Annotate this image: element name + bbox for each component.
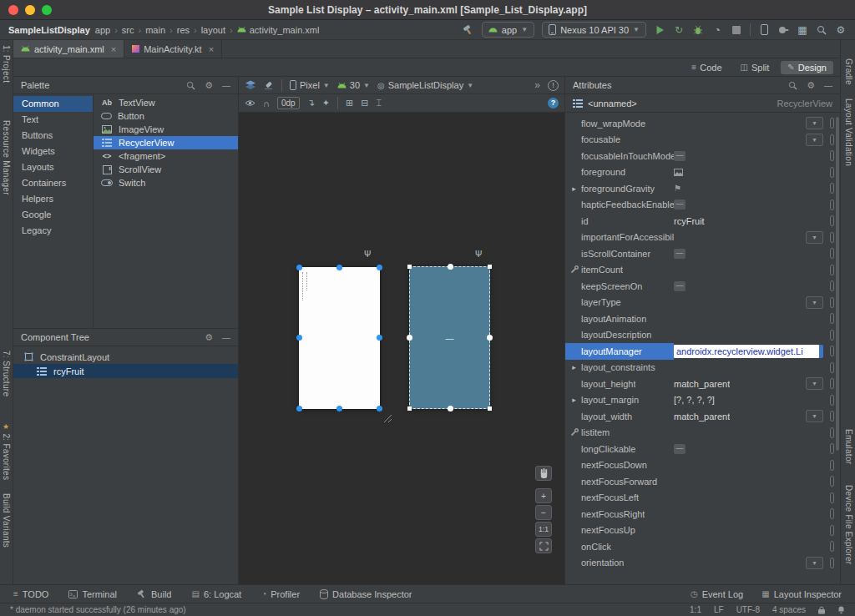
titlebar[interactable]: Sample List Display – activity_main.xml …	[0, 0, 855, 20]
dropdown-button[interactable]: ▼	[806, 117, 823, 129]
pin-indicator[interactable]	[830, 313, 834, 324]
palette-category[interactable]: Widgets	[13, 144, 93, 159]
attribute-value-cell[interactable]	[674, 490, 834, 507]
pin-indicator[interactable]	[830, 558, 834, 568]
attribute-row[interactable]: ▸ foregroundGravity ⚑	[565, 180, 840, 197]
tool-window-button[interactable]: ≡ TODO	[13, 589, 48, 599]
attribute-value[interactable]: [?, ?, ?, ?]	[674, 395, 715, 405]
build-hammer-icon[interactable]	[463, 23, 474, 37]
dropdown-button[interactable]: ▼	[806, 377, 823, 390]
palette-category[interactable]: Buttons	[13, 128, 93, 144]
zoom-out-button[interactable]: −	[535, 505, 552, 520]
zoom-window-button[interactable]	[42, 5, 52, 15]
attribute-row[interactable]: orientation ▼	[565, 555, 840, 572]
attribute-value-cell[interactable]: rcyFruit	[674, 213, 834, 230]
gradle-sync-icon[interactable]	[777, 23, 789, 37]
attribute-value-cell[interactable]	[674, 425, 834, 442]
breadcrumb-item[interactable]: › app	[95, 25, 110, 35]
palette-component[interactable]: <> <fragment>	[94, 149, 238, 163]
palette-category[interactable]: Common	[13, 96, 93, 112]
apply-changes-button[interactable]: ↻	[673, 23, 685, 37]
lock-icon[interactable]	[818, 606, 825, 614]
attribute-value-cell[interactable]: ⚑	[674, 180, 834, 197]
selection-handle[interactable]	[487, 335, 493, 341]
expander-icon[interactable]: ▸	[572, 363, 576, 371]
pin-indicator[interactable]	[830, 492, 834, 503]
device-select[interactable]: Nexus 10 API 30 ▼	[542, 22, 646, 38]
view-options-eye-icon[interactable]	[245, 99, 255, 107]
dropdown-button[interactable]: ▼	[806, 557, 823, 569]
attribute-value-cell[interactable]: —	[674, 245, 834, 262]
layers-icon[interactable]	[245, 80, 256, 90]
render-issues-icon[interactable]: !	[548, 80, 559, 91]
attribute-value-cell[interactable]	[674, 262, 834, 279]
pin-indicator[interactable]	[830, 265, 834, 275]
attribute-row[interactable]: layout_width match_parent ▼	[565, 408, 840, 425]
device-preview-blueprint[interactable]: —	[409, 266, 490, 409]
expander-icon[interactable]: ▸	[572, 184, 576, 193]
theme-selector[interactable]: ◎ SampleListDisplay ▼	[377, 80, 473, 90]
help-icon[interactable]: ?	[548, 98, 559, 109]
pin-indicator[interactable]	[830, 395, 834, 406]
attribute-row[interactable]: nextFocusForward	[565, 473, 840, 490]
editor-mode-button[interactable]: ≡ Code	[685, 61, 728, 74]
api-selector[interactable]: 30 ▼	[337, 80, 370, 90]
attribute-row[interactable]: focusable ▼	[565, 132, 840, 149]
profiler-button[interactable]: ◔	[711, 23, 723, 37]
attribute-value-cell[interactable]	[674, 538, 834, 555]
autoconnect-magnet-icon[interactable]: ∩	[263, 98, 270, 109]
attribute-row[interactable]: importantForAccessibility ▼	[565, 230, 840, 246]
attribute-value-cell[interactable]	[674, 327, 834, 344]
pin-indicator[interactable]	[830, 508, 834, 519]
attribute-row[interactable]: hapticFeedbackEnabled —	[565, 197, 840, 214]
tristate-checkbox[interactable]: —	[674, 199, 686, 210]
breadcrumb-item[interactable]: › src	[110, 25, 134, 35]
attribute-row[interactable]: nextFocusRight	[565, 506, 840, 523]
attribute-row[interactable]: listitem	[565, 425, 840, 442]
attribute-value-cell[interactable]: match_parent ▼	[674, 376, 834, 392]
palette-category[interactable]: Legacy	[13, 223, 93, 239]
clear-constraints-icon[interactable]: ↴	[307, 98, 315, 109]
selection-handle[interactable]	[336, 406, 342, 412]
dropdown-button[interactable]: ▼	[806, 134, 823, 146]
gear-icon[interactable]: ⚙	[205, 80, 213, 91]
selection-handle[interactable]	[296, 265, 302, 270]
attribute-value[interactable]: androidx.recyclerview.widget.Li	[676, 346, 803, 356]
tool-window-button[interactable]: Database Inspector	[320, 589, 412, 599]
editor-mode-button[interactable]: ◫ Split	[734, 61, 777, 74]
pin-indicator[interactable]	[830, 134, 834, 145]
attribute-row[interactable]: foreground	[565, 164, 840, 181]
dropdown-button[interactable]: ▼	[806, 231, 823, 244]
attribute-value[interactable]: rcyFruit	[674, 216, 705, 226]
selection-handle[interactable]	[407, 406, 412, 411]
palette-component[interactable]: Switch	[94, 176, 238, 189]
pin-indicator[interactable]	[830, 150, 834, 161]
attribute-row[interactable]: isScrollContainer —	[565, 245, 840, 262]
tristate-checkbox[interactable]: —	[674, 151, 686, 161]
device-preview-design[interactable]	[299, 267, 380, 409]
minimize-window-button[interactable]	[25, 5, 35, 15]
pin-indicator[interactable]	[830, 118, 834, 129]
caret-position[interactable]: 1:1	[690, 605, 701, 614]
selection-handle[interactable]	[488, 406, 492, 411]
palette-category[interactable]: Helpers	[13, 191, 93, 207]
zoom-in-button[interactable]: +	[535, 488, 552, 503]
default-margin-button[interactable]: 0dp	[277, 97, 300, 109]
attribute-row[interactable]: ▸ layout_margin [?, ?, ?, ?]	[565, 392, 840, 409]
attribute-row[interactable]: layoutDescription	[565, 327, 840, 344]
indent-setting[interactable]: 4 spaces	[772, 605, 806, 614]
attribute-value-cell[interactable]: [?, ?, ?, ?]	[674, 392, 834, 409]
attribute-row[interactable]: nextFocusLeft	[565, 490, 840, 507]
pin-indicator[interactable]	[830, 443, 834, 454]
attribute-value-cell[interactable]	[674, 164, 834, 181]
pin-indicator[interactable]	[830, 411, 834, 422]
tristate-checkbox[interactable]: —	[674, 249, 686, 259]
attribute-value-cell[interactable]: —	[674, 441, 834, 457]
tool-window-button[interactable]: ▦ Layout Inspector	[761, 589, 842, 599]
attribute-row[interactable]: layerType ▼	[565, 295, 840, 311]
tristate-checkbox[interactable]: —	[674, 281, 686, 291]
editor-mode-button[interactable]: ✎ Design	[781, 61, 833, 74]
attribute-value-cell[interactable]: —	[674, 197, 834, 214]
device-selector[interactable]: Pixel ▼	[290, 80, 330, 90]
selection-handle[interactable]	[296, 335, 302, 341]
